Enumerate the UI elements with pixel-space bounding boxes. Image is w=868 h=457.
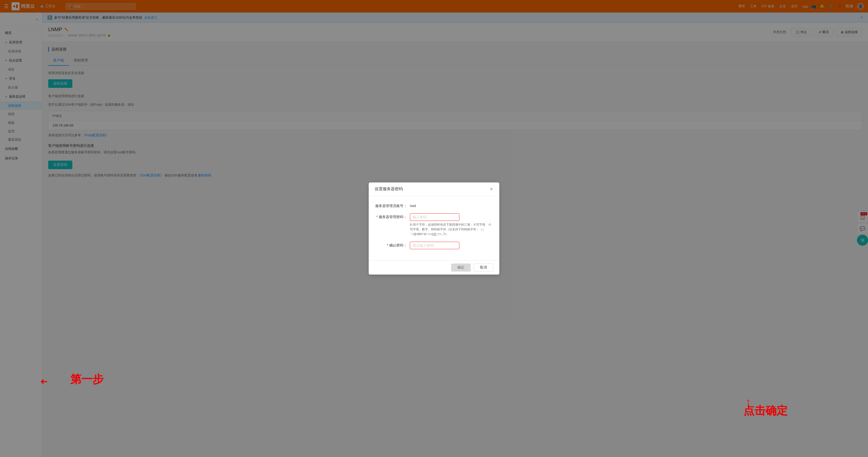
password-input[interactable] — [410, 213, 459, 221]
modal-title: 设置服务器密码 — [375, 187, 403, 192]
modal-close-button[interactable]: ✕ — [490, 187, 493, 192]
account-value: root — [410, 202, 416, 208]
modal-header: 设置服务器密码 ✕ — [369, 183, 499, 196]
password-hint: 8-30个字符，必须同时包含下面四项中的三项：大写字母、小写字母、数字、和特殊字… — [410, 222, 493, 237]
confirm-password-input[interactable] — [410, 242, 459, 249]
form-row-account: 服务器管理员账号： root — [375, 202, 493, 208]
modal-footer: 确定 取消 — [369, 260, 499, 274]
form-row-password: 服务器管理密码： 8-30个字符，必须同时包含下面四项中的三项：大写字母、小写字… — [375, 213, 493, 237]
account-label: 服务器管理员账号： — [375, 202, 410, 208]
modal-overlay: 设置服务器密码 ✕ 服务器管理员账号： root 服务器管理密码： 8-30个字… — [0, 0, 868, 457]
set-password-modal: 设置服务器密码 ✕ 服务器管理员账号： root 服务器管理密码： 8-30个字… — [369, 183, 499, 275]
password-input-area: 8-30个字符，必须同时包含下面四项中的三项：大写字母、小写字母、数字、和特殊字… — [410, 213, 493, 237]
form-row-confirm-password: 确认密码： — [375, 242, 493, 249]
modal-body: 服务器管理员账号： root 服务器管理密码： 8-30个字符，必须同时包含下面… — [369, 196, 499, 261]
confirm-password-label: 确认密码： — [375, 242, 410, 248]
confirm-button[interactable]: 确定 — [451, 263, 471, 271]
cancel-button[interactable]: 取消 — [474, 263, 493, 271]
confirm-password-input-area — [410, 242, 493, 249]
password-label: 服务器管理密码： — [375, 213, 410, 219]
